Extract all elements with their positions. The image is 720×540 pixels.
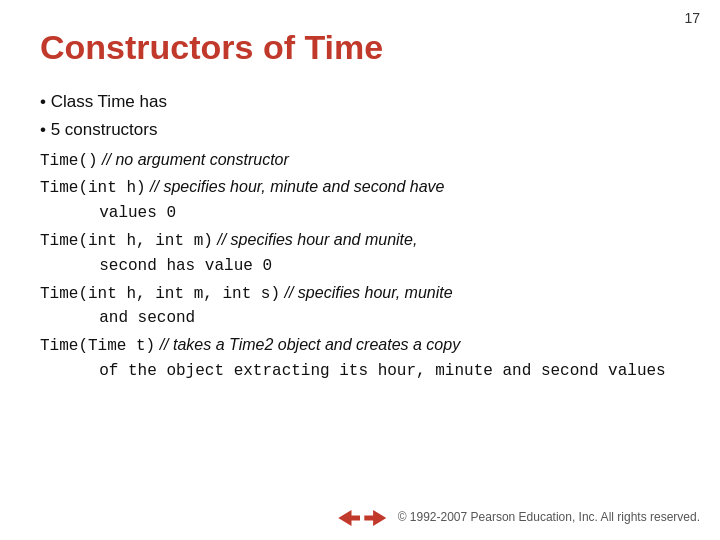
code-line-1: Time() // no argument constructor	[40, 148, 680, 174]
footer-text: © 1992-2007 Pearson Education, Inc. All …	[398, 510, 700, 524]
code-comment-3: // specifies hour and munite,	[213, 231, 418, 248]
code-line-5: Time(Time t) // takes a Time2 object and…	[40, 333, 680, 384]
slide: 17 Constructors of Time Class Time has 5…	[0, 0, 720, 540]
code-block: Time() // no argument constructor Time(i…	[40, 148, 680, 384]
slide-title: Constructors of Time	[40, 28, 680, 67]
code-keyword-5: Time(Time t)	[40, 337, 155, 355]
code-comment-5: // takes a Time2 object and creates a co…	[155, 336, 460, 353]
nav-buttons[interactable]	[338, 510, 386, 526]
next-button[interactable]	[364, 510, 386, 526]
code-indent-2: values 0	[40, 201, 680, 226]
prev-button[interactable]	[338, 510, 360, 526]
code-line-2: Time(int h) // specifies hour, minute an…	[40, 175, 680, 226]
footer: © 1992-2007 Pearson Education, Inc. All …	[338, 510, 700, 526]
bullet-item-2: 5 constructors	[40, 117, 680, 143]
bullet-list: Class Time has 5 constructors	[40, 89, 680, 144]
code-comment-1: // no argument constructor	[98, 151, 289, 168]
code-indent-4: and second	[40, 306, 680, 331]
code-line-4: Time(int h, int m, int s) // specifies h…	[40, 281, 680, 332]
slide-content: Class Time has 5 constructors Time() // …	[40, 89, 680, 384]
code-line-3: Time(int h, int m) // specifies hour and…	[40, 228, 680, 279]
code-indent-3: second has value 0	[40, 254, 680, 279]
code-comment-4: // specifies hour, munite	[280, 284, 453, 301]
slide-number: 17	[684, 10, 700, 26]
code-keyword-3: Time(int h, int m)	[40, 232, 213, 250]
code-indent-5: of the object extracting its hour, minut…	[40, 359, 680, 384]
bullet-item-1: Class Time has	[40, 89, 680, 115]
code-comment-2: // specifies hour, minute and second hav…	[146, 178, 445, 195]
code-keyword-4: Time(int h, int m, int s)	[40, 285, 280, 303]
code-keyword-1: Time()	[40, 152, 98, 170]
code-keyword-2: Time(int h)	[40, 179, 146, 197]
